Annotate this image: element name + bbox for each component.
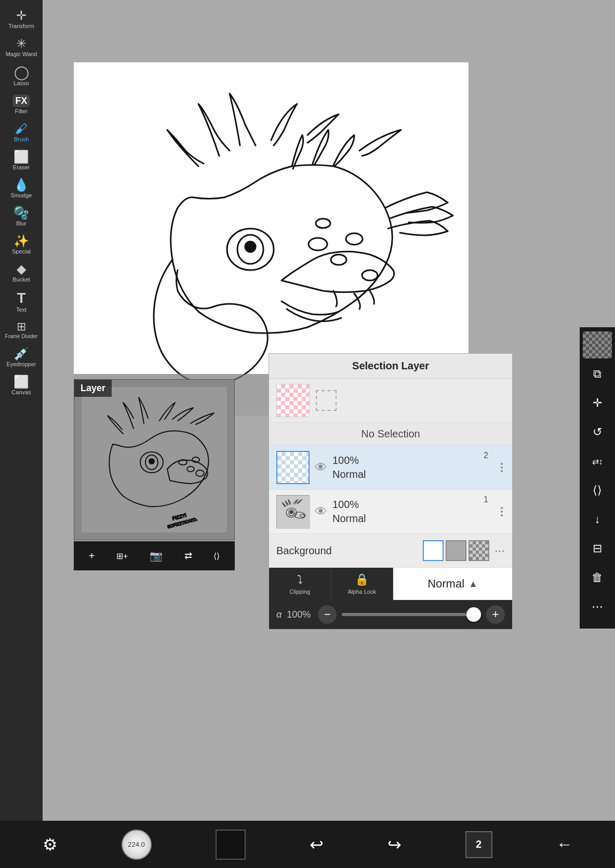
bottom-nav: ⚙ 224.0 ↩ ↪ 2 ←	[0, 821, 615, 868]
back-icon: ←	[556, 835, 573, 854]
tool-lasso[interactable]: ◯ Lasso	[1, 61, 42, 90]
capture-button[interactable]: 📷	[145, 547, 167, 564]
lasso-icon: ◯	[14, 65, 29, 79]
background-row: Background ⋯	[269, 534, 512, 568]
collapse-button[interactable]: ⟨⟩	[209, 549, 224, 563]
tool-magic-wand[interactable]: ✳ Magic Wand	[1, 33, 42, 61]
add-layer-button[interactable]: +	[85, 548, 99, 564]
mirror-button[interactable]: ⇄	[180, 548, 196, 564]
alpha-lock-button[interactable]: 🔒 Alpha Lock	[331, 568, 394, 600]
tool-eyedropper[interactable]: 💉 Eyedropper	[1, 343, 42, 371]
alpha-increase-button[interactable]: +	[486, 605, 505, 624]
selection-layer-row[interactable]	[269, 379, 512, 423]
layer-2-menu[interactable]	[499, 461, 505, 474]
alpha-slider-thumb[interactable]	[466, 607, 481, 622]
alpha-decrease-button[interactable]: −	[318, 605, 337, 624]
layer-1-row[interactable]: 👁 100% Normal 1	[269, 490, 512, 534]
alpha-label: α	[276, 609, 282, 620]
tool-filter-label: Filter	[15, 108, 28, 114]
nav-brush[interactable]: 224.0	[122, 830, 152, 860]
mirror-h-button[interactable]: ⇄↕	[583, 448, 612, 475]
nav-color[interactable]	[216, 830, 246, 860]
layer-1-opacity: 100%	[332, 499, 493, 511]
svg-rect-22	[277, 496, 310, 529]
thumbnail-content: FIZZY! SOFIZZTICATD.	[74, 380, 234, 540]
tool-frame-divider[interactable]: ⊞ Frame Divider	[1, 317, 42, 343]
layer-2-thumbnail	[276, 451, 310, 484]
transform-icon: ✛	[16, 9, 26, 22]
tool-special[interactable]: ✨ Special	[1, 231, 42, 259]
download-button[interactable]: ↓	[583, 506, 612, 533]
tool-transform[interactable]: ✛ Transform	[1, 5, 42, 33]
tool-brush[interactable]: 🖌 Brush	[1, 118, 42, 146]
nav-redo[interactable]: ↪	[387, 835, 402, 854]
clipping-button[interactable]: ⤵ Clipping	[269, 568, 331, 600]
svg-rect-0	[74, 62, 469, 374]
right-panel: ⧉ ✛ ↺ ⇄↕ ⟨⟩ ↓ ⊟ 🗑 ⋯	[580, 327, 615, 629]
bg-swatch-checker[interactable]	[469, 540, 489, 561]
layer-2-number: 2	[484, 451, 488, 460]
checkerboard-button[interactable]	[583, 331, 612, 358]
brush-size-value: 224.0	[128, 840, 145, 848]
layer-count-badge: 2	[465, 831, 492, 858]
collapse2-button[interactable]: ⟨⟩	[583, 477, 612, 504]
bg-swatch-white[interactable]	[423, 540, 444, 561]
svg-point-3	[245, 242, 256, 252]
tool-bucket[interactable]: ◆ Bucket	[1, 259, 42, 287]
settings-icon: ⚙	[43, 835, 58, 854]
bg-swatch-gray[interactable]	[446, 540, 466, 561]
alpha-slider-fill	[342, 613, 481, 616]
tool-frame-divider-label: Frame Divider	[5, 333, 38, 339]
undo-button[interactable]: ↺	[583, 419, 612, 446]
frame-divider-icon: ⊞	[17, 321, 26, 332]
svg-point-15	[149, 459, 154, 464]
layers-bottom: ⤵ Clipping 🔒 Alpha Lock Normal ▲	[269, 568, 512, 600]
alpha-slider[interactable]	[342, 613, 481, 616]
layer-1-visibility-toggle[interactable]: 👁	[315, 504, 327, 519]
layer-2-info: 100% Normal	[332, 455, 493, 480]
tool-text[interactable]: T Text	[1, 287, 42, 317]
alpha-lock-icon: 🔒	[355, 573, 369, 586]
nav-layers[interactable]: 2	[465, 831, 492, 858]
bg-more-button[interactable]: ⋯	[494, 544, 505, 557]
smudge-icon: 💧	[14, 179, 29, 191]
layer-2-visibility-toggle[interactable]: 👁	[315, 460, 327, 475]
selection-empty-thumb	[316, 390, 337, 411]
stack-button[interactable]: ⊟	[583, 535, 612, 562]
color-swatch	[216, 830, 246, 860]
brush-size-indicator: 224.0	[122, 830, 152, 860]
no-selection-text: No Selection	[269, 423, 512, 446]
tool-canvas-label: Canvas	[11, 389, 31, 395]
tool-canvas[interactable]: ⬜ Canvas	[1, 371, 42, 399]
layer-1-menu[interactable]	[499, 505, 505, 518]
bucket-icon: ◆	[17, 263, 26, 275]
background-label: Background	[276, 545, 418, 557]
tool-lasso-label: Lasso	[14, 80, 29, 86]
tool-eraser[interactable]: ⬜ Eraser	[1, 146, 42, 175]
copy-transform-button[interactable]: ⧉	[583, 360, 612, 388]
more-button[interactable]: ⋯	[583, 593, 612, 620]
move-button[interactable]: ✛	[583, 390, 612, 417]
tool-eyedropper-label: Eyedropper	[7, 361, 36, 367]
tool-blur[interactable]: 🫧 Blur	[1, 203, 42, 231]
eraser-icon: ⬜	[14, 151, 29, 163]
thumbnail-artwork: FIZZY! SOFIZZTICATD.	[82, 387, 227, 532]
layer-1-number: 1	[484, 495, 488, 504]
tool-special-label: Special	[12, 248, 31, 255]
tool-smudge[interactable]: 💧 Smudge	[1, 175, 42, 203]
nav-undo[interactable]: ↩	[310, 835, 324, 854]
panel-label: Layer	[74, 380, 112, 397]
selection-layer-header: Selection Layer	[269, 354, 512, 379]
add-group-button[interactable]: ⊞+	[112, 549, 132, 563]
nav-back[interactable]: ←	[556, 835, 573, 854]
layer-1-thumbnail	[276, 495, 310, 528]
tool-filter[interactable]: FX Filter	[1, 90, 42, 118]
blur-icon: 🫧	[14, 207, 29, 219]
tool-brush-label: Brush	[14, 136, 29, 142]
nav-settings[interactable]: ⚙	[43, 835, 58, 854]
layers-panel: Selection Layer No Selection 👁 100% Norm…	[269, 353, 513, 630]
blend-mode-selector[interactable]: Normal ▲	[393, 568, 512, 600]
trash-button[interactable]: 🗑	[583, 564, 612, 591]
layer-2-row[interactable]: 👁 100% Normal 2	[269, 446, 512, 490]
layer-count-value: 2	[476, 838, 482, 850]
